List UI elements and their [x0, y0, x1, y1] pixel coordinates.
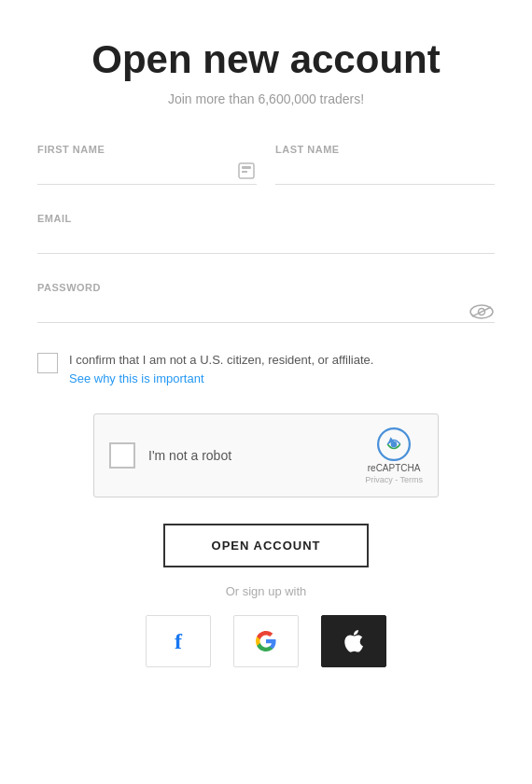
last-name-group: LAST NAME: [275, 144, 495, 185]
page-title: Open new account: [91, 37, 440, 82]
first-name-group: FIRST NAME: [37, 144, 257, 185]
social-buttons-row: f: [37, 615, 495, 667]
or-signup-text: Or sign up with: [37, 584, 495, 598]
recaptcha-brand-text: reCAPTCHA: [368, 463, 421, 473]
email-input[interactable]: [37, 230, 495, 254]
us-citizen-checkbox[interactable]: [37, 353, 58, 373]
recaptcha-container: I'm not a robot reCAPTCHA Privacy - Term…: [37, 413, 495, 497]
recaptcha-logo: reCAPTCHA Privacy - Terms: [365, 427, 423, 484]
why-important-link[interactable]: See why this is important: [69, 370, 373, 388]
google-login-button[interactable]: [233, 615, 299, 667]
email-group: EMAIL: [37, 213, 495, 254]
google-icon: [255, 630, 277, 652]
email-label: EMAIL: [37, 213, 495, 224]
recaptcha-label: I'm not a robot: [148, 448, 352, 463]
email-row: EMAIL: [37, 213, 495, 254]
last-name-label: LAST NAME: [275, 144, 495, 155]
apple-login-button[interactable]: [321, 615, 386, 667]
svg-rect-2: [242, 171, 247, 173]
open-account-button[interactable]: OPEN ACCOUNT: [163, 524, 369, 567]
facebook-icon: f: [175, 629, 182, 654]
recaptcha-checkbox[interactable]: [109, 442, 135, 469]
password-group: PASSWORD: [37, 282, 495, 323]
first-name-label: FIRST NAME: [37, 144, 257, 155]
us-citizen-row: I confirm that I am not a U.S. citizen, …: [37, 351, 495, 387]
facebook-login-button[interactable]: f: [146, 615, 211, 667]
password-row: PASSWORD: [37, 282, 495, 323]
first-name-input[interactable]: [37, 161, 257, 185]
contact-icon: [236, 161, 257, 181]
us-citizen-text: I confirm that I am not a U.S. citizen, …: [69, 351, 373, 387]
recaptcha-links-text: Privacy - Terms: [365, 475, 423, 484]
recaptcha-widget: I'm not a robot reCAPTCHA Privacy - Term…: [93, 413, 439, 497]
svg-rect-1: [242, 166, 251, 169]
password-label: PASSWORD: [37, 282, 495, 293]
name-row: FIRST NAME LAST NAME: [37, 144, 495, 185]
signup-form: FIRST NAME LAST NAME EMAIL PASSWORD: [37, 144, 495, 667]
show-password-icon[interactable]: [469, 299, 495, 325]
apple-icon: [343, 628, 365, 654]
last-name-input[interactable]: [275, 161, 495, 185]
page-subtitle: Join more than 6,600,000 traders!: [168, 91, 364, 106]
password-input[interactable]: [37, 299, 495, 323]
